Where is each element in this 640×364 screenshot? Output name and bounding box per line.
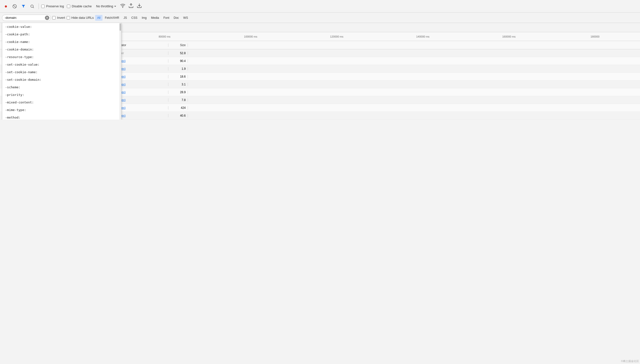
cell-size: 90.4 bbox=[168, 59, 188, 63]
svg-line-1 bbox=[14, 5, 16, 8]
disable-cache-checkbox[interactable] bbox=[67, 5, 70, 8]
hide-data-urls-label[interactable]: Hide data URLs bbox=[66, 16, 94, 20]
search-button[interactable] bbox=[28, 2, 36, 10]
network-conditions-icon[interactable] bbox=[119, 2, 126, 10]
timeline-ticks: 80000 ms100000 ms120000 ms140000 ms16000… bbox=[120, 35, 640, 38]
svg-line-3 bbox=[33, 7, 34, 8]
disable-cache-label[interactable]: Disable cache bbox=[67, 4, 92, 8]
export-har-icon[interactable] bbox=[136, 2, 143, 10]
filter-type-btn-img[interactable]: Img bbox=[140, 15, 148, 21]
autocomplete-item[interactable]: -resource-type: bbox=[2, 53, 121, 61]
filter-type-btn-css[interactable]: CSS bbox=[129, 15, 139, 21]
filter-type-btn-fetch/xhr[interactable]: Fetch/XHR bbox=[103, 15, 121, 21]
autocomplete-item[interactable]: -set-cookie-domain: bbox=[2, 76, 121, 84]
autocomplete-item[interactable]: -set-cookie-name: bbox=[2, 68, 121, 76]
svg-point-4 bbox=[122, 7, 123, 8]
col-header-size[interactable]: Size bbox=[168, 44, 188, 47]
cell-size: 3.1 bbox=[168, 83, 188, 86]
invert-label[interactable]: Invert bbox=[52, 16, 65, 20]
filter-type-btn-doc[interactable]: Doc bbox=[172, 15, 181, 21]
cell-initiator[interactable]: (index) bbox=[115, 75, 168, 78]
filter-type-btn-font[interactable]: Font bbox=[162, 15, 171, 21]
cell-initiator[interactable]: (index) bbox=[115, 59, 168, 63]
devtools-toolbar: ● Preserve log Disable cache No throttli… bbox=[0, 0, 640, 13]
autocomplete-item[interactable]: -cookie-path: bbox=[2, 30, 121, 38]
cell-initiator[interactable]: (index) bbox=[115, 114, 168, 117]
timeline-tick: 180000 bbox=[552, 35, 638, 38]
filter-type-buttons: AllFetch/XHRJSCSSImgMediaFontDocWS bbox=[95, 15, 190, 21]
preserve-log-text: Preserve log bbox=[46, 4, 64, 8]
autocomplete-item[interactable]: -set-cookie-value: bbox=[2, 61, 121, 68]
invert-text: Invert bbox=[57, 16, 65, 20]
timeline-tick: 120000 ms bbox=[294, 35, 380, 38]
autocomplete-item[interactable]: -cookie-name: bbox=[2, 38, 121, 46]
toolbar-divider-1 bbox=[38, 4, 39, 9]
cell-size: 1.9 bbox=[168, 67, 188, 70]
cell-size: 7.8 bbox=[168, 98, 188, 102]
autocomplete-item[interactable]: -cookie-domain: bbox=[2, 46, 121, 53]
cell-size: 28.9 bbox=[168, 90, 188, 94]
throttle-button[interactable]: No throttling bbox=[95, 4, 118, 9]
filter-type-btn-all[interactable]: All bbox=[95, 15, 102, 21]
cell-initiator[interactable]: (index) bbox=[115, 67, 168, 70]
autocomplete-item[interactable]: -mime-type: bbox=[2, 106, 121, 114]
clear-button[interactable] bbox=[11, 2, 18, 10]
cell-initiator[interactable]: (index) bbox=[115, 83, 168, 86]
invert-checkbox[interactable] bbox=[52, 16, 56, 20]
search-input[interactable] bbox=[2, 15, 51, 21]
autocomplete-item[interactable]: -cookie-value: bbox=[2, 23, 121, 30]
autocomplete-item[interactable]: -scheme: bbox=[2, 84, 121, 91]
filter-bar: ✕ Invert Hide data URLs AllFetch/XHRJSCS… bbox=[0, 13, 640, 23]
cell-initiator: Other bbox=[115, 52, 168, 55]
cell-size: 18.6 bbox=[168, 75, 188, 78]
filter-button[interactable] bbox=[20, 2, 27, 10]
cell-initiator[interactable]: (index) bbox=[115, 106, 168, 110]
timeline-tick: 160000 ms bbox=[466, 35, 552, 38]
hide-data-urls-text: Hide data URLs bbox=[72, 16, 94, 20]
cell-initiator[interactable]: (index) bbox=[115, 98, 168, 102]
filter-type-btn-media[interactable]: Media bbox=[149, 15, 161, 21]
clear-search-button[interactable]: ✕ bbox=[45, 16, 49, 20]
autocomplete-item[interactable]: -mixed-content: bbox=[2, 98, 121, 106]
filter-type-btn-js[interactable]: JS bbox=[122, 15, 129, 21]
dropdown-scrollbar-thumb bbox=[120, 24, 121, 31]
timeline-tick: 140000 ms bbox=[380, 35, 466, 38]
timeline-tick: 80000 ms bbox=[122, 35, 208, 38]
search-wrapper: ✕ bbox=[2, 15, 51, 21]
disable-cache-text: Disable cache bbox=[72, 4, 92, 8]
autocomplete-item[interactable]: -priority: bbox=[2, 91, 121, 98]
preserve-log-checkbox[interactable] bbox=[41, 5, 45, 8]
autocomplete-dropdown: -cookie-value:-cookie-path:-cookie-name:… bbox=[2, 23, 122, 120]
throttle-label: No throttling bbox=[96, 4, 113, 8]
filter-type-btn-ws[interactable]: WS bbox=[181, 15, 190, 21]
dropdown-scrollbar[interactable] bbox=[119, 23, 121, 120]
cell-initiator[interactable]: (index) bbox=[115, 90, 168, 94]
preserve-log-label[interactable]: Preserve log bbox=[41, 4, 64, 8]
record-button[interactable]: ● bbox=[2, 2, 10, 10]
col-header-initiator[interactable]: Initiator bbox=[115, 44, 168, 47]
cell-size: 52.8 bbox=[168, 52, 188, 55]
cell-size: 424 bbox=[168, 106, 188, 110]
cell-size: 40.6 bbox=[168, 114, 188, 117]
autocomplete-item[interactable]: -method: bbox=[2, 114, 121, 120]
timeline-tick: 100000 ms bbox=[208, 35, 294, 38]
chevron-down-icon bbox=[114, 5, 117, 8]
import-har-icon[interactable] bbox=[127, 2, 135, 10]
svg-point-2 bbox=[31, 5, 34, 8]
hide-data-urls-checkbox[interactable] bbox=[66, 16, 70, 20]
